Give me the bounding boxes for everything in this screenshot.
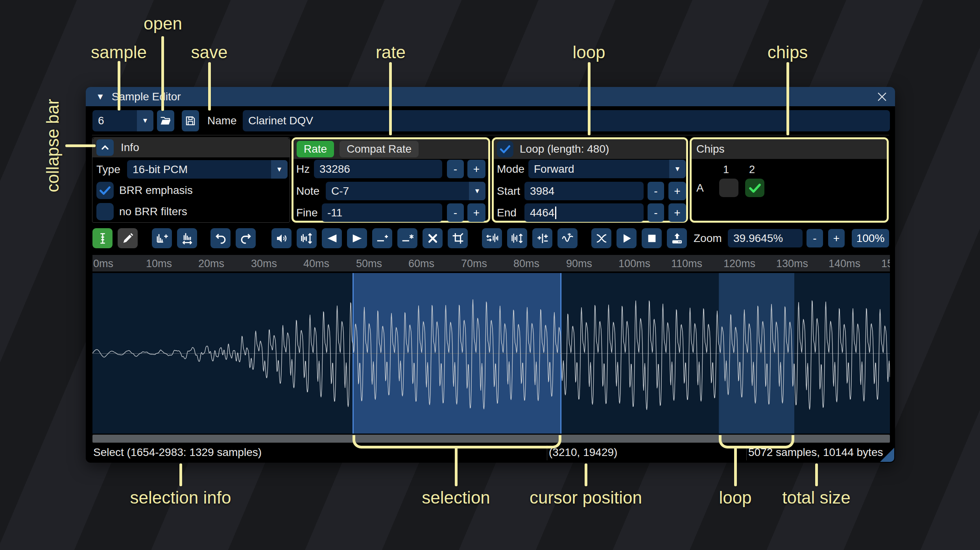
draw-tool-button[interactable] xyxy=(118,228,138,248)
chip-a1-checkbox[interactable] xyxy=(719,179,738,197)
annotation-selection: selection xyxy=(422,488,490,508)
fade-in-icon xyxy=(326,232,338,245)
zoom-out-button[interactable]: - xyxy=(807,229,823,247)
chevron-down-icon[interactable]: ▼ xyxy=(271,160,288,179)
loop-end-plus-button[interactable]: + xyxy=(668,203,686,222)
window-collapse-icon[interactable]: ▼ xyxy=(96,92,105,102)
selection-info-text: Select (1654-2983: 1329 samples) xyxy=(93,446,262,459)
name-label: Name xyxy=(207,110,237,131)
ruler-tick: 150ms xyxy=(881,258,890,270)
waveform-vertical-arrows-icon xyxy=(301,232,313,245)
loop-end-minus-button[interactable]: - xyxy=(648,203,664,222)
no-brr-filters-checkbox[interactable] xyxy=(96,203,114,220)
fine-plus-button[interactable]: + xyxy=(467,203,485,222)
line-asterisk-icon xyxy=(401,232,414,245)
annotation-total-size: total size xyxy=(782,488,851,508)
sample-number-selector[interactable]: 6 ▼ xyxy=(92,110,153,131)
undo-button[interactable] xyxy=(210,228,231,248)
signedness-button[interactable] xyxy=(532,228,552,248)
annotation-line-selection-info xyxy=(179,463,182,486)
annotation-line-cursor-position xyxy=(585,463,587,486)
ruler-tick: 0ms xyxy=(93,258,113,270)
sample-type-value: 16-bit PCM xyxy=(127,163,271,176)
annotation-selection-info: selection info xyxy=(130,488,231,508)
collapse-bar-button[interactable] xyxy=(96,139,114,156)
rate-tab[interactable]: Rate xyxy=(297,141,334,157)
sample-type-selector[interactable]: 16-bit PCM ▼ xyxy=(127,160,288,179)
chip-column-1: 1 xyxy=(723,163,729,176)
fade-out-button[interactable] xyxy=(347,228,367,248)
fade-out-icon xyxy=(351,232,364,245)
divider xyxy=(92,135,889,135)
insert-silence-button[interactable] xyxy=(372,228,392,248)
delete-button[interactable] xyxy=(423,228,443,248)
save-sample-button[interactable] xyxy=(182,110,199,131)
chevron-down-icon[interactable]: ▼ xyxy=(137,110,153,131)
invert-button[interactable] xyxy=(507,228,527,248)
stop-preview-button[interactable] xyxy=(642,228,662,248)
rate-panel-header: Rate Compat Rate xyxy=(293,139,488,159)
create-instrument-button[interactable] xyxy=(667,228,687,248)
cursor-position-text: (3210, 19429) xyxy=(549,446,617,459)
filter-button[interactable] xyxy=(557,228,578,248)
zoom-reset-button[interactable]: 100% xyxy=(852,229,889,247)
resize-button[interactable] xyxy=(152,228,172,248)
title-bar[interactable]: ▼ Sample Editor xyxy=(86,87,895,106)
preview-button[interactable] xyxy=(616,228,637,248)
waveform-stretch-icon xyxy=(181,232,194,245)
chevron-up-icon xyxy=(100,142,111,153)
info-panel-header: Info xyxy=(92,138,290,157)
select-tool-button[interactable] xyxy=(92,228,113,248)
note-selector[interactable]: C-7 ▼ xyxy=(326,182,485,200)
chevron-down-icon[interactable]: ▼ xyxy=(669,160,686,178)
crossfade-button[interactable] xyxy=(591,228,611,248)
loop-mode-selector[interactable]: Forward ▼ xyxy=(528,160,686,178)
compat-rate-tab[interactable]: Compat Rate xyxy=(340,141,419,157)
amplify-button[interactable] xyxy=(271,228,292,248)
hz-plus-button[interactable]: + xyxy=(467,160,485,178)
annotation-line-chips xyxy=(786,62,789,135)
chip-column-2: 2 xyxy=(749,163,755,176)
annotation-collapse-bar: collapse bar xyxy=(43,99,63,192)
zoom-in-button[interactable]: + xyxy=(828,229,845,247)
annotation-line-collapse-bar xyxy=(65,144,96,147)
close-button[interactable] xyxy=(875,90,889,103)
ruler-tick: 90ms xyxy=(566,258,592,270)
hz-field[interactable]: 33286 xyxy=(314,160,442,178)
chevron-down-icon[interactable]: ▼ xyxy=(469,182,485,200)
loop-start-plus-button[interactable]: + xyxy=(668,182,686,200)
fine-minus-button[interactable]: - xyxy=(447,203,464,222)
annotation-cursor-position: cursor position xyxy=(530,488,642,508)
check-icon xyxy=(98,184,112,197)
chips-panel: Chips 1 2 A xyxy=(690,137,889,223)
loop-start-field[interactable]: 3984 xyxy=(524,182,644,200)
brr-emphasis-checkbox[interactable] xyxy=(96,182,114,199)
play-icon xyxy=(620,232,633,245)
annotation-chips: chips xyxy=(768,42,808,62)
reverse-button[interactable] xyxy=(482,228,502,248)
open-sample-button[interactable] xyxy=(157,110,174,131)
fade-in-button[interactable] xyxy=(322,228,342,248)
loop-enable-checkbox[interactable] xyxy=(497,141,513,157)
resample-button[interactable] xyxy=(177,228,197,248)
redo-button[interactable] xyxy=(236,228,256,248)
ruler-tick: 80ms xyxy=(513,258,539,270)
zoom-field[interactable]: 39.9645% xyxy=(728,229,803,247)
normalize-button[interactable] xyxy=(297,228,317,248)
ruler-tick: 140ms xyxy=(829,258,860,270)
sample-name-field[interactable]: Clarinet DQV xyxy=(243,110,890,131)
chip-a2-checkbox[interactable] xyxy=(745,179,764,197)
loop-start-minus-button[interactable]: - xyxy=(648,182,664,200)
apply-silence-button[interactable] xyxy=(397,228,417,248)
trim-button[interactable] xyxy=(448,228,468,248)
crop-icon xyxy=(452,232,464,245)
hz-minus-button[interactable]: - xyxy=(447,160,464,178)
time-ruler: 0ms 10ms 20ms 30ms 40ms 50ms 60ms 70ms 8… xyxy=(92,255,890,271)
export-icon xyxy=(671,232,683,245)
annotation-line-save xyxy=(208,62,211,111)
loop-end-field[interactable]: 4464 xyxy=(524,203,644,222)
fine-field[interactable]: -11 xyxy=(322,203,442,222)
waveform-canvas[interactable] xyxy=(92,273,890,434)
annotation-sample: sample xyxy=(91,42,147,62)
pencil-icon xyxy=(122,232,134,245)
